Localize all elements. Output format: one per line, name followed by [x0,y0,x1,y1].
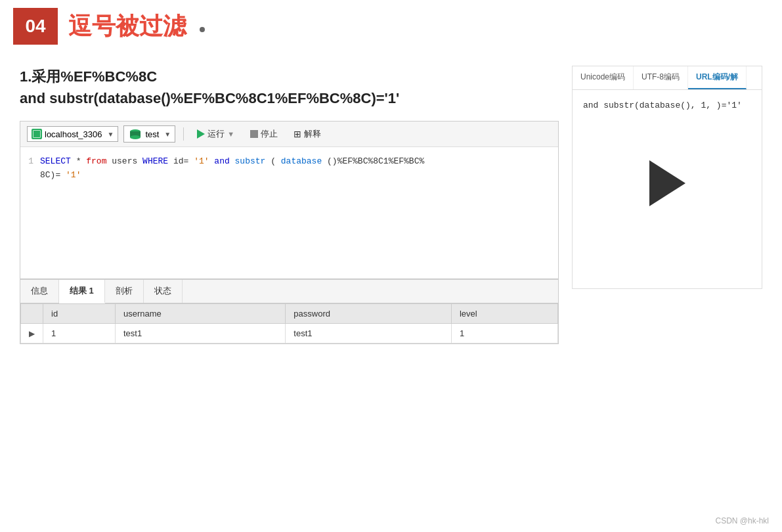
table-row: ▶ 1 test1 test1 1 [21,324,558,344]
keyword-and: and [214,156,229,166]
table-header-row: id username password level [21,304,558,324]
database-arrow-icon: ▼ [164,131,171,138]
keyword-from: from [86,156,106,166]
col-username: username [116,304,286,324]
cell-level: 1 [451,324,557,344]
tab-results[interactable]: 结果 1 [59,280,105,303]
encoding-panel: Unicode编码 UTF-8编码 URL编码/解 and substr(dat… [572,66,762,289]
tab-unicode[interactable]: Unicode编码 [573,66,634,89]
toolbar-separator [183,127,184,141]
main-container: 04 逗号被过滤 1.采用%EF%BC%8C and substr(databa… [0,0,782,532]
instruction-text: 1.采用%EF%BC%8C and substr(database()%EF%B… [20,66,559,109]
indicator-header [21,304,43,324]
explain-button[interactable]: ⊞ 解释 [288,126,326,142]
right-panel: Unicode编码 UTF-8编码 URL编码/解 and substr(dat… [572,66,762,344]
code-line1: SELECT * from users WHERE id= '1' and su… [40,155,558,169]
cell-password: test1 [286,324,452,344]
results-tabs: 信息 结果 1 剖析 状态 [20,280,558,303]
row-indicator: ▶ [21,324,43,344]
stop-icon [250,130,258,138]
tab-status[interactable]: 状态 [144,280,183,303]
connection-label: localhost_3306 [45,129,102,139]
fn-substr: substr [235,156,266,166]
connection-arrow-icon: ▼ [107,131,114,138]
section-number: 04 [13,8,58,45]
encoding-content: and substr(database(), 1, )='1' [573,90,762,121]
col-id: id [43,304,116,324]
keyword-select: SELECT [40,156,71,166]
row-arrow-icon: ▶ [29,329,35,338]
run-dropdown-icon: ▼ [227,130,234,138]
footer: CSDN @hk-hkl [715,516,769,525]
content-area: 1.采用%EF%BC%8C and substr(database()%EF%B… [0,53,782,351]
tab-utf8[interactable]: UTF-8编码 [634,66,688,89]
keyword-where: WHERE [142,156,168,166]
col-password: password [286,304,452,324]
run-label: 运行 [207,128,225,140]
run-button[interactable]: 运行 ▼ [192,126,240,142]
left-panel: 1.采用%EF%BC%8C and substr(database()%EF%B… [20,66,559,344]
code-area[interactable]: 1 SELECT * from users WHERE id= '1' [20,147,558,278]
tab-info[interactable]: 信息 [20,280,59,303]
connection-icon [32,129,42,139]
section-title: 逗号被过滤 [68,11,186,43]
code-line2: 8C)= '1' [40,169,558,183]
explain-icon: ⊞ [293,129,301,139]
sql-editor-wrapper: localhost_3306 ▼ test ▼ [20,121,559,279]
run-icon [197,129,205,139]
encoding-tabs: Unicode编码 UTF-8编码 URL编码/解 [573,66,762,90]
results-section: 信息 结果 1 剖析 状态 id username password level [20,279,559,344]
fn-database: database [281,156,322,166]
tab-url[interactable]: URL编码/解 [688,66,747,89]
instruction-line1: 1.采用%EF%BC%8C [20,66,559,87]
cell-id: 1 [43,324,116,344]
cell-username: test1 [116,324,286,344]
explain-label: 解释 [304,128,321,140]
svg-point-2 [130,135,141,139]
database-icon [128,128,142,140]
database-selector[interactable]: test ▼ [123,125,175,143]
header: 04 逗号被过滤 [0,0,782,53]
col-level: level [451,304,557,324]
tab-profiling[interactable]: 剖析 [105,280,144,303]
database-label: test [145,129,159,139]
stop-label: 停止 [261,128,278,140]
stop-button[interactable]: 停止 [245,126,283,142]
toolbar: localhost_3306 ▼ test ▼ [20,122,558,147]
play-large-icon[interactable] [649,160,685,206]
play-button-area[interactable] [573,160,762,206]
footer-text: CSDN @hk-hkl [715,516,769,525]
line-numbers: 1 [20,154,40,272]
header-dot [200,27,205,32]
code-content[interactable]: SELECT * from users WHERE id= '1' and su… [40,154,558,272]
results-table: id username password level ▶ 1 test1 [20,303,558,344]
connection-selector[interactable]: localhost_3306 ▼ [27,126,118,142]
instruction-line2: and substr(database()%EF%BC%8C1%EF%BC%8C… [20,87,559,109]
